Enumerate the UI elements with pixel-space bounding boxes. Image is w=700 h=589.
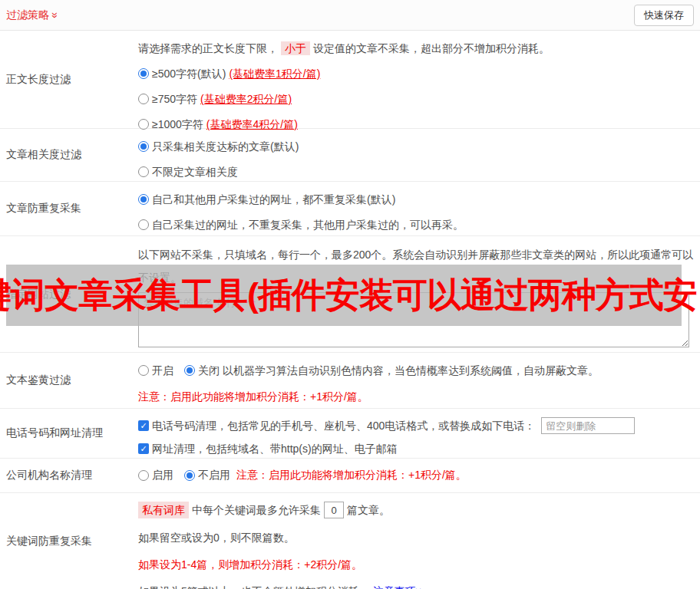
- content-length-label: 正文长度过滤: [0, 31, 138, 128]
- intro-pre: 请选择需求的正文长度下限，: [138, 42, 278, 54]
- phone-url-clean-label: 电话号码和网址清理: [0, 409, 138, 458]
- radio-disable-icon[interactable]: [184, 365, 195, 376]
- content-length-intro: 请选择需求的正文长度下限，小于设定值的文章不采集，超出部分不增加积分消耗。: [138, 41, 694, 56]
- row-keyword-dedup: 关键词防重复采集 私有词库 中每个关键词最多允许采集 篇文章。 如果留空或设为0…: [0, 493, 700, 589]
- radio-option-dedup-all[interactable]: 自己和其他用户采集过的网址，都不重复采集(默认): [138, 192, 694, 207]
- keyword-line1-text: 中每个关键词最多允许采集: [192, 502, 321, 518]
- keyword-line4: 如果设为5篇或以上，也不会额外增加积分消耗。: [138, 585, 370, 589]
- max-articles-input[interactable]: [324, 502, 344, 518]
- keyword-line1-suffix: 篇文章。: [347, 502, 390, 518]
- radio-option-750[interactable]: ≥750字符 (基础费率2积分/篇): [138, 91, 694, 107]
- page-title-toggle[interactable]: 过滤策略 »: [6, 8, 58, 22]
- site-filter-body: 以下网站不采集，只填域名，每行一个，最多200个。系统会自动识别并屏蔽那些非文章…: [138, 236, 700, 352]
- phone-clean-text: 电话号码清理，包括常见的手机号、座机号、400电话格式，或替换成如下电话：: [152, 418, 535, 433]
- radio-selected-icon[interactable]: [138, 141, 149, 152]
- notes-link[interactable]: 注意事项»: [373, 585, 422, 589]
- option-text: 不限定文章相关度: [152, 164, 238, 179]
- url-clean-checkbox[interactable]: [138, 443, 149, 454]
- row-company-clean: 公司机构名称清理 启用 不启用 注意：启用此功能将增加积分消耗：+1积分/篇。: [0, 459, 700, 493]
- radio-selected-icon[interactable]: [138, 194, 149, 205]
- radio-option-relevant-only[interactable]: 只采集相关度达标的文章(默认): [138, 139, 694, 154]
- row-phone-url-clean: 电话号码和网址清理 电话号码清理，包括常见的手机号、座机号、400电话格式，或替…: [0, 409, 700, 459]
- chevron-double-down-icon: »: [50, 12, 61, 18]
- top-bar: 过滤策略 » 快速保存: [0, 0, 700, 31]
- url-dedup-label: 文章防重复采集: [0, 182, 138, 235]
- relevance-body: 只采集相关度达标的文章(默认) 不限定文章相关度: [138, 129, 700, 181]
- page-title: 过滤策略: [6, 8, 49, 22]
- company-disable-text[interactable]: 不启用: [198, 469, 230, 482]
- radio-disable-icon[interactable]: [184, 470, 195, 481]
- row-porn-filter: 文本鉴黄过滤 开启 关闭 以机器学习算法自动识别色情内容，当色情概率达到系统阈值…: [0, 353, 700, 409]
- porn-enable-text[interactable]: 开启: [152, 363, 173, 378]
- radio-icon[interactable]: [138, 219, 149, 230]
- option-text: 自己采集过的网址，不重复采集，其他用户采集过的，可以再采。: [152, 217, 464, 232]
- company-clean-note: 注意：启用此功能将增加积分消耗：+1积分/篇。: [236, 469, 467, 482]
- phone-clean-checkbox[interactable]: [138, 420, 149, 431]
- porn-filter-body: 开启 关闭 以机器学习算法自动识别色情内容，当色情概率达到系统阈值，自动屏蔽文章…: [138, 353, 700, 408]
- option-text: ≥500字符(默认): [152, 66, 226, 81]
- porn-filter-note: 注意：启用此功能将增加积分消耗：+1积分/篇。: [138, 389, 694, 404]
- row-site-filter: 指定网站过滤 以下网站不采集，只填域名，每行一个，最多200个。系统会自动识别并…: [0, 236, 700, 353]
- company-clean-label: 公司机构名称清理: [0, 459, 138, 492]
- radio-icon[interactable]: [138, 94, 149, 104]
- option-fee-note: (基础费率2积分/篇): [200, 91, 292, 107]
- url-dedup-body: 自己和其他用户采集过的网址，都不重复采集(默认) 自己采集过的网址，不重复采集，…: [138, 182, 700, 235]
- keyword-dedup-label: 关键词防重复采集: [0, 493, 138, 589]
- filter-settings-page: 过滤策略 » 快速保存 正文长度过滤 请选择需求的正文长度下限，小于设定值的文章…: [0, 0, 700, 589]
- keyword-line3: 如果设为1-4篇，则增加积分消耗：+2积分/篇。: [138, 557, 694, 572]
- relevance-label: 文章相关度过滤: [0, 129, 138, 181]
- porn-filter-desc: 以机器学习算法自动识别色情内容，当色情概率达到系统阈值，自动屏蔽文章。: [223, 363, 599, 378]
- keyword-dedup-body: 私有词库 中每个关键词最多允许采集 篇文章。 如果留空或设为0，则不限篇数。 如…: [138, 493, 700, 589]
- porn-disable-text[interactable]: 关闭: [198, 363, 220, 378]
- keyword-line2: 如果留空或设为0，则不限篇数。: [138, 530, 694, 545]
- radio-option-no-limit[interactable]: 不限定文章相关度: [138, 164, 694, 179]
- private-thesaurus-badge: 私有词库: [138, 502, 189, 518]
- row-url-dedup: 文章防重复采集 自己和其他用户采集过的网址，都不重复采集(默认) 自己采集过的网…: [0, 182, 700, 236]
- porn-filter-label: 文本鉴黄过滤: [0, 353, 138, 408]
- radio-enable-icon[interactable]: [138, 365, 149, 376]
- radio-option-dedup-own[interactable]: 自己采集过的网址，不重复采集，其他用户采集过的，可以再采。: [138, 217, 694, 232]
- content-length-body: 请选择需求的正文长度下限，小于设定值的文章不采集，超出部分不增加积分消耗。 ≥5…: [138, 31, 700, 128]
- radio-icon[interactable]: [138, 119, 149, 130]
- less-than-badge: 小于: [281, 41, 310, 55]
- option-text: ≥750字符: [152, 91, 197, 107]
- intro-post: 设定值的文章不采集，超出部分不增加积分消耗。: [313, 42, 550, 54]
- company-clean-body: 启用 不启用 注意：启用此功能将增加积分消耗：+1积分/篇。: [138, 459, 700, 492]
- option-text: 只采集相关度达标的文章(默认): [152, 139, 299, 154]
- url-clean-text: 网址清理，包括纯域名、带http(s)的网址、电子邮箱: [152, 441, 398, 456]
- phone-url-clean-body: 电话号码清理，包括常见的手机号、座机号、400电话格式，或替换成如下电话： 网址…: [138, 409, 700, 458]
- option-fee-note: (基础费率1积分/篇): [229, 66, 320, 81]
- radio-option-500[interactable]: ≥500字符(默认) (基础费率1积分/篇): [138, 66, 694, 81]
- row-content-length-filter: 正文长度过滤 请选择需求的正文长度下限，小于设定值的文章不采集，超出部分不增加积…: [0, 31, 700, 129]
- company-enable-text[interactable]: 启用: [152, 469, 173, 482]
- row-relevance-filter: 文章相关度过滤 只采集相关度达标的文章(默认) 不限定文章相关度: [0, 129, 700, 182]
- site-filter-desc: 以下网站不采集，只填域名，每行一个，最多200个。系统会自动识别并屏蔽那些非文章…: [138, 243, 694, 289]
- replacement-phone-input[interactable]: [541, 417, 635, 434]
- option-text: 自己和其他用户采集过的网址，都不重复采集(默认): [152, 192, 395, 207]
- quick-save-button[interactable]: 快速保存: [634, 5, 694, 26]
- blocked-domains-textarea[interactable]: [138, 292, 689, 347]
- radio-selected-icon[interactable]: [138, 68, 149, 79]
- radio-enable-icon[interactable]: [138, 470, 149, 481]
- site-filter-label: 指定网站过滤: [0, 236, 138, 352]
- radio-icon[interactable]: [138, 166, 149, 177]
